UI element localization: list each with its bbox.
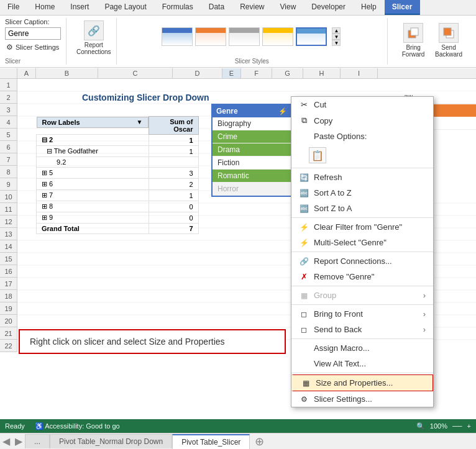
slicer-settings-button[interactable]: ⚙ Slicer Settings (5, 42, 60, 53)
col-header-g[interactable]: G (272, 68, 303, 78)
zoom-icon[interactable]: 🔍 (416, 422, 425, 430)
tab-view[interactable]: View (273, 0, 304, 15)
tab-slicer[interactable]: Slicer (385, 0, 421, 15)
grand-total-label: Grand Total (37, 224, 149, 234)
row-18[interactable]: 18 (0, 290, 17, 302)
row-2[interactable]: 2 (0, 91, 17, 104)
tab-file[interactable]: File (0, 0, 27, 15)
add-sheet-button[interactable]: ⊕ (250, 435, 269, 448)
tab-developer[interactable]: Developer (304, 0, 354, 15)
ctx-view-alt[interactable]: View Alt Text... (291, 356, 433, 371)
row-14[interactable]: 14 (0, 240, 17, 253)
scroll-expand-btn[interactable]: ▼ (332, 40, 341, 46)
slicer-style-1[interactable] (162, 27, 193, 46)
row-5[interactable]: 5 (0, 129, 17, 141)
row-20[interactable]: 20 (0, 315, 17, 327)
ctx-slicer-settings[interactable]: ⚙ Slicer Settings... (291, 391, 433, 407)
ctx-send-to-back[interactable]: ◻ Send to Back › (291, 322, 433, 337)
slicer-item-biography[interactable]: Biography (213, 117, 302, 130)
row-17[interactable]: 17 (0, 278, 17, 290)
ctx-refresh[interactable]: 🔄 Refresh (291, 170, 433, 185)
ctx-assign-macro[interactable]: Assign Macro... (291, 340, 433, 356)
sheet-nav-right[interactable]: ▶ (12, 435, 25, 447)
row-13[interactable]: 13 (0, 228, 17, 240)
tab-review[interactable]: Review (232, 0, 272, 15)
tab-home[interactable]: Home (27, 0, 63, 15)
ctx-assign-macro-label: Assign Macro... (314, 343, 370, 353)
sheet-tab-ellipsis[interactable]: ... (25, 434, 50, 448)
slicer-item-romantic[interactable]: Romantic (213, 170, 302, 183)
slicer-caption-label: Slicer Caption: (5, 18, 50, 25)
paste-icon[interactable]: 📋 (309, 147, 326, 163)
tab-page-layout[interactable]: Page Layout (97, 0, 154, 15)
row-21[interactable]: 21 (0, 327, 17, 340)
row-22[interactable]: 22 (0, 340, 17, 352)
slicer-style-5[interactable] (296, 27, 327, 46)
send-backward-button[interactable]: Send Backward (431, 20, 466, 60)
scroll-up-btn[interactable]: ▲ (332, 27, 341, 34)
col-header-f[interactable]: F (241, 68, 272, 78)
row-19[interactable]: 19 (0, 302, 17, 315)
ctx-bring-to-front[interactable]: ◻ Bring to Front › (291, 306, 433, 322)
report-conn-icon: 🔗 (299, 257, 309, 266)
col-header-i[interactable]: I (341, 68, 378, 78)
row-6[interactable]: 6 (0, 141, 17, 153)
col-header-d[interactable]: D (173, 68, 222, 78)
tab-formulas[interactable]: Formulas (155, 0, 201, 15)
ctx-group[interactable]: ▦ Group › (291, 288, 433, 303)
slicer-multiselect-icon[interactable]: ⚡ (278, 107, 287, 116)
ctx-report-connections[interactable]: 🔗 Report Connections... (291, 253, 433, 269)
sheet-nav-left[interactable]: ◀ (0, 435, 12, 447)
report-connections-label[interactable]: Report Connections (76, 42, 111, 55)
col-header-a[interactable]: A (17, 68, 36, 78)
sheet-tab-slicer[interactable]: Pivot Table_Slicer (172, 434, 250, 449)
row-8[interactable]: 8 (0, 166, 17, 178)
slicer-item-drama[interactable]: Drama (213, 143, 302, 156)
ctx-remove-genre[interactable]: ✗ Remove "Genre" (291, 269, 433, 284)
slicer-style-3[interactable] (229, 27, 260, 46)
row-16[interactable]: 16 (0, 265, 17, 278)
tab-insert[interactable]: Insert (63, 0, 97, 15)
row-1[interactable]: 1 (0, 79, 17, 91)
ctx-size-properties[interactable]: ▦ Size and Properties... (291, 374, 433, 391)
slicer-caption-input[interactable] (5, 27, 61, 40)
slicer-header: Genre ⚡ ⚡ (213, 105, 302, 117)
slicer-item-crime[interactable]: Crime (213, 130, 302, 143)
row-3[interactable]: 3 (0, 104, 17, 116)
col-header-c[interactable]: C (98, 68, 173, 78)
scroll-down-btn[interactable]: ▼ (332, 34, 341, 40)
filter-icon[interactable]: ▼ (137, 119, 143, 125)
bring-front-arrow-icon: › (423, 309, 426, 319)
slicer-item-horror[interactable]: Horror (213, 183, 302, 196)
col-header-b[interactable]: B (36, 68, 98, 78)
row-10[interactable]: 10 (0, 191, 17, 203)
slicer-title: Genre (216, 107, 238, 116)
row-15[interactable]: 15 (0, 253, 17, 265)
row-11[interactable]: 11 (0, 203, 17, 215)
column-headers: A B C D E F G H I (0, 68, 476, 79)
ctx-sort-za[interactable]: 🔤 Sort Z to A (291, 201, 433, 216)
slicer-item-fiction[interactable]: Fiction (213, 156, 302, 170)
row-label-9: ⊞ 9 (37, 212, 149, 224)
zoom-in-icon[interactable]: + (467, 422, 471, 430)
slicer-style-4[interactable] (262, 27, 293, 46)
col-header-e[interactable]: E (222, 68, 241, 78)
ctx-multiselect[interactable]: ⚡ Multi-Select "Genre" (291, 235, 433, 250)
row-9[interactable]: 9 (0, 178, 17, 191)
row-4[interactable]: 4 (0, 116, 17, 129)
ctx-paste-icon-row[interactable]: 📋 (291, 144, 433, 166)
zoom-slider[interactable]: ── (452, 422, 462, 430)
bring-forward-button[interactable]: Bring Forward (398, 20, 429, 60)
ctx-clear-filter[interactable]: ⚡ Clear Filter from "Genre" (291, 219, 433, 235)
ctx-copy[interactable]: ⧉ Copy (291, 112, 433, 129)
slicer-styles-scroll[interactable]: ▲ ▼ ▼ (331, 27, 342, 46)
tab-data[interactable]: Data (201, 0, 232, 15)
row-12[interactable]: 12 (0, 215, 17, 228)
ctx-sort-az[interactable]: 🔤 Sort A to Z (291, 185, 433, 201)
row-7[interactable]: 7 (0, 153, 17, 166)
sheet-tab-normal[interactable]: Pivot Table_Normal Drop Down (50, 434, 172, 448)
col-header-h[interactable]: H (303, 68, 341, 78)
slicer-style-2[interactable] (195, 27, 226, 46)
ctx-cut[interactable]: ✂ Cut (291, 97, 433, 112)
tab-help[interactable]: Help (354, 0, 385, 15)
